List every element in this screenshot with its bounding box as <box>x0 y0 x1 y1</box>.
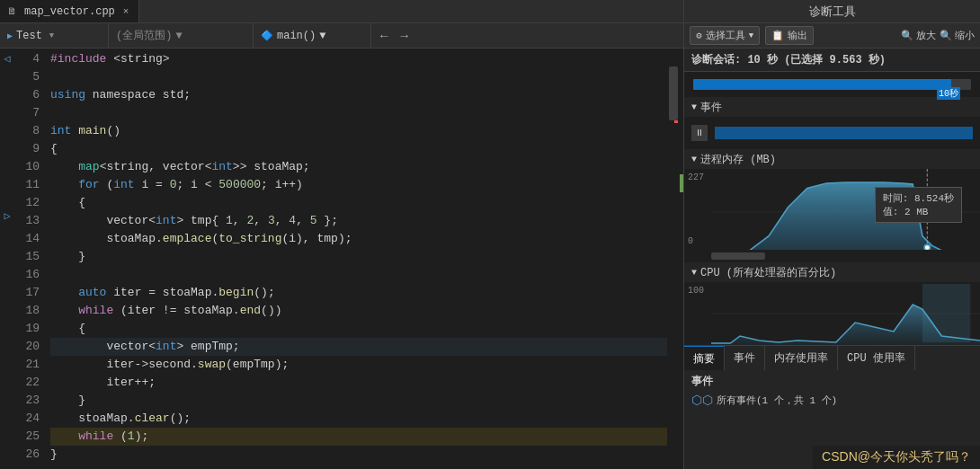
ln-26: 26 <box>14 446 40 464</box>
cpu-triangle-icon: ▼ <box>691 268 697 278</box>
ln-23: 23 <box>14 392 40 410</box>
ln-5: 5 <box>14 68 40 86</box>
h-scrollbar-thumb[interactable] <box>711 252 765 260</box>
ln-8: 8 <box>14 122 40 140</box>
diagnostics-title-text: 诊断工具 <box>809 4 856 20</box>
code-line-11: ⊟ for (int i = 0; i < 500000; i++) <box>50 176 667 194</box>
cpu-chart-area: 100 <box>684 282 980 345</box>
ln-19: 19 <box>14 320 40 338</box>
tab-summary[interactable]: 摘要 <box>684 346 725 370</box>
bottom-tabs: 摘要 事件 内存使用率 CPU 使用率 <box>684 345 980 370</box>
project-label: Test <box>16 30 42 42</box>
nav-buttons: ← → <box>371 27 417 45</box>
project-icon: ▶ <box>7 31 13 41</box>
nav-back-button[interactable]: ← <box>375 27 393 45</box>
project-dropdown[interactable]: ▶ Test ▼ <box>0 23 108 48</box>
code-line-20: vector<int> empTmp; <box>50 338 667 356</box>
svg-rect-4 <box>922 284 970 342</box>
tab-summary-label: 摘要 <box>693 351 715 367</box>
zoom-out-icon: 🔍 <box>940 30 952 41</box>
code-line-10: map<string, vector<int>> stoaMap; <box>50 158 667 176</box>
toolbar-row: ▶ Test ▼ (全局范围) ▼ 🔷 main() ▼ ← → ⚙ <box>0 23 980 49</box>
tab-memory-usage[interactable]: 内存使用率 <box>765 346 838 370</box>
events-dot-icon: ⬡⬡ <box>691 393 713 408</box>
code-lines-container: #include <string> using namespace std; ⊟… <box>47 49 667 469</box>
left-gutter-icon: ◁ <box>4 52 10 66</box>
select-tool-arrow-icon: ▼ <box>749 31 753 40</box>
code-line-4: #include <string> <box>50 50 667 68</box>
tab-events[interactable]: 事件 <box>725 346 765 370</box>
zoom-out-button[interactable]: 🔍 缩小 <box>940 29 975 42</box>
left-edge-gutter: ◁ ▷ <box>0 49 14 469</box>
ln-13: 13 <box>14 212 40 230</box>
code-line-19: { <box>50 320 667 338</box>
ln-14: 14 <box>14 230 40 248</box>
timeline-fill <box>693 79 951 90</box>
events-triangle-icon: ▼ <box>691 102 697 112</box>
memory-y-max-label: 227 <box>688 173 704 182</box>
code-line-26: } <box>50 446 667 464</box>
tab-memory-label: 内存使用率 <box>774 350 828 366</box>
events-area: ⏸ <box>684 117 980 149</box>
cpu-chart-svg <box>711 282 980 345</box>
session-info: 诊断会话: 10 秒 (已选择 9.563 秒) <box>684 49 980 72</box>
memory-section-header[interactable]: ▼ 进程内存 (MB) <box>684 149 980 169</box>
events-section-header[interactable]: ▼ 事件 <box>684 97 980 117</box>
zoom-in-label: 放大 <box>916 29 936 42</box>
nav-forward-button[interactable]: → <box>395 27 413 45</box>
code-line-17: auto iter = stoaMap.begin(); <box>50 284 667 302</box>
memory-section-label: 进程内存 (MB) <box>700 152 776 167</box>
select-tool-button[interactable]: ⚙ 选择工具 ▼ <box>690 26 760 45</box>
ln-11: 11 <box>14 176 40 194</box>
ln-12: 12 <box>14 194 40 212</box>
code-line-16 <box>50 266 667 284</box>
diagnostics-content: ▼ 事件 ⏸ ▼ 进程内存 (MB) 227 0 <box>684 97 980 469</box>
timeline-area[interactable]: 10秒 <box>684 72 980 97</box>
function-label: main() <box>277 30 316 42</box>
events-list-item: ⬡⬡ 所有事件(1 个，共 1 个) <box>691 391 973 410</box>
project-arrow-icon: ▼ <box>49 31 54 40</box>
ln-9: 9 <box>14 140 40 158</box>
scrollbar-thumb[interactable] <box>669 66 678 120</box>
svg-point-2 <box>924 244 930 250</box>
session-info-text: 诊断会话: 10 秒 (已选择 9.563 秒) <box>691 54 886 66</box>
code-line-23: } <box>50 392 667 410</box>
vertical-scrollbar[interactable] <box>667 49 680 469</box>
ln-18: 18 <box>14 302 40 320</box>
left-gutter-icon2: ▷ <box>4 209 10 223</box>
horizontal-scrollbar[interactable] <box>684 250 980 262</box>
code-line-5 <box>50 68 667 86</box>
select-tool-label: 选择工具 <box>706 29 745 42</box>
diagnostics-panel: 诊断会话: 10 秒 (已选择 9.563 秒) 10秒 ▼ 事件 ⏸ ▼ <box>683 49 980 469</box>
code-line-6: using namespace std; <box>50 86 667 104</box>
gear-icon: ⚙ <box>696 30 702 41</box>
tooltip-value: 值: 2 MB <box>883 205 954 218</box>
code-line-15: } <box>50 248 667 266</box>
zoom-in-icon: 🔍 <box>901 30 913 41</box>
code-line-13: vector<int> tmp{ 1, 2, 3, 4, 5 }; <box>50 212 667 230</box>
code-line-22: iter++; <box>50 374 667 392</box>
function-dropdown[interactable]: 🔷 main() ▼ <box>254 23 370 48</box>
function-arrow-icon: ▼ <box>319 30 325 42</box>
tab-events-label: 事件 <box>734 350 755 366</box>
zoom-group: 🔍 放大 🔍 缩小 <box>901 29 975 42</box>
output-button[interactable]: 📋 输出 <box>765 26 814 45</box>
tab-cpu-label: CPU 使用率 <box>847 350 905 366</box>
cpu-y-max-label: 100 <box>688 286 704 296</box>
scope-dropdown[interactable]: (全局范围) ▼ <box>109 23 253 48</box>
project-dropdown-section: ▶ Test ▼ <box>0 23 109 48</box>
output-icon: 📋 <box>771 30 784 41</box>
file-tab[interactable]: 🗎 map_vector.cpp × <box>0 0 139 22</box>
tab-cpu-usage[interactable]: CPU 使用率 <box>838 346 915 370</box>
tab-close-button[interactable]: × <box>120 5 132 18</box>
diagnostics-toolbar: ⚙ 选择工具 ▼ 📋 输出 🔍 放大 🔍 缩小 <box>683 23 980 48</box>
code-line-12: { <box>50 194 667 212</box>
cpu-section-header[interactable]: ▼ CPU (所有处理器的百分比) <box>684 262 980 282</box>
diagnostics-title-bar: 诊断工具 <box>683 0 980 22</box>
pin-icon: 🗎 <box>7 5 17 17</box>
ln-10: 10 <box>14 158 40 176</box>
pause-button[interactable]: ⏸ <box>691 125 708 141</box>
timeline-label: 10秒 <box>937 87 960 100</box>
zoom-in-button[interactable]: 🔍 放大 <box>901 29 936 42</box>
code-line-14: stoaMap.emplace(to_string(i), tmp); <box>50 230 667 248</box>
